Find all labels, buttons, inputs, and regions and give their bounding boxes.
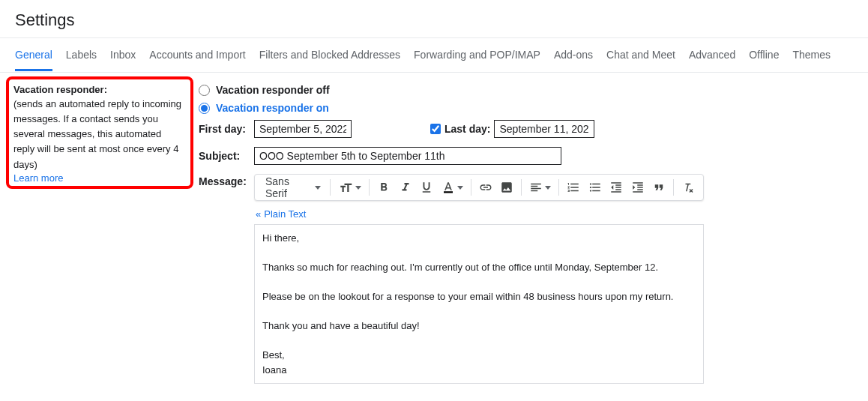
font-family-name: Sans Serif: [265, 175, 310, 199]
underline-button[interactable]: [417, 177, 436, 198]
double-arrow-left-icon: «: [256, 208, 261, 220]
tab-themes[interactable]: Themes: [792, 39, 831, 71]
plain-text-link[interactable]: « Plain Text: [256, 208, 704, 220]
toolbar-separator: [471, 179, 471, 196]
editor-toolbar: Sans Serif: [254, 174, 704, 201]
numbered-list-icon: [567, 181, 580, 194]
indent-more-icon: [631, 181, 645, 194]
chevron-down-icon: [545, 186, 551, 190]
tab-accounts-import[interactable]: Accounts and Import: [149, 39, 245, 71]
toolbar-separator: [369, 179, 370, 196]
section-title: Vacation responder:: [13, 84, 185, 95]
indent-more-button[interactable]: [628, 177, 648, 198]
section-description: (sends an automated reply to incoming me…: [13, 97, 185, 172]
toolbar-separator: [558, 179, 559, 196]
tab-general[interactable]: General: [15, 39, 52, 71]
responder-on-label: Vacation responder on: [216, 102, 329, 114]
italic-icon: [399, 181, 412, 194]
last-day-input[interactable]: [494, 120, 594, 138]
indent-less-icon: [609, 181, 623, 194]
toolbar-separator: [330, 179, 331, 196]
font-family-select[interactable]: Sans Serif: [259, 177, 325, 198]
link-icon: [479, 181, 492, 194]
insert-image-button[interactable]: [497, 177, 516, 198]
indent-less-button[interactable]: [606, 177, 626, 198]
chevron-down-icon: [355, 186, 361, 190]
bold-icon: [377, 181, 391, 194]
align-left-icon: [529, 181, 543, 194]
numbered-list-button[interactable]: [564, 177, 583, 198]
responder-off-radio[interactable]: [199, 85, 210, 96]
bold-button[interactable]: [374, 177, 394, 198]
chevron-down-icon: [315, 186, 321, 190]
message-body-editor[interactable]: Hi there, Thanks so much for reaching ou…: [254, 224, 704, 384]
svg-rect-0: [444, 191, 453, 193]
remove-formatting-button[interactable]: [678, 177, 698, 198]
font-size-icon: [338, 181, 353, 194]
responder-off-option[interactable]: Vacation responder off: [199, 84, 853, 96]
last-day-checkbox[interactable]: [430, 124, 441, 134]
tab-advanced[interactable]: Advanced: [689, 39, 735, 71]
tab-labels[interactable]: Labels: [66, 39, 97, 71]
chevron-down-icon: [457, 186, 463, 190]
plain-text-label: Plain Text: [264, 208, 306, 220]
responder-on-radio[interactable]: [199, 103, 210, 114]
subject-input[interactable]: [254, 147, 561, 165]
italic-button[interactable]: [396, 177, 415, 198]
subject-label: Subject:: [199, 150, 254, 162]
text-color-icon: [441, 181, 455, 194]
text-color-button[interactable]: [438, 181, 466, 194]
message-label: Message:: [199, 174, 254, 187]
section-side-description: Vacation responder: (sends an automated …: [0, 76, 191, 384]
quote-button[interactable]: [649, 177, 669, 198]
last-day-label: Last day:: [444, 123, 490, 135]
learn-more-link[interactable]: Learn more: [13, 172, 63, 184]
responder-on-option[interactable]: Vacation responder on: [199, 102, 853, 114]
tab-offline[interactable]: Offline: [749, 39, 779, 71]
first-day-label: First day:: [199, 123, 254, 135]
align-button[interactable]: [526, 181, 554, 194]
underline-icon: [420, 181, 433, 194]
tab-chat-meet[interactable]: Chat and Meet: [606, 39, 675, 71]
toolbar-separator: [673, 179, 674, 196]
page-title: Settings: [0, 0, 868, 38]
tab-forwarding-pop[interactable]: Forwarding and POP/IMAP: [414, 39, 540, 71]
bulleted-list-icon: [588, 181, 602, 194]
toolbar-separator: [521, 179, 522, 196]
image-icon: [500, 181, 513, 194]
vacation-responder-form: Vacation responder off Vacation responde…: [191, 76, 868, 384]
first-day-input[interactable]: [254, 120, 352, 138]
insert-link-button[interactable]: [475, 177, 495, 198]
quote-icon: [652, 181, 666, 194]
bulleted-list-button[interactable]: [585, 177, 605, 198]
tab-addons[interactable]: Add-ons: [554, 39, 593, 71]
tab-filters-blocked[interactable]: Filters and Blocked Addresses: [259, 39, 400, 71]
clear-format-icon: [682, 181, 696, 194]
tab-inbox[interactable]: Inbox: [110, 39, 136, 71]
responder-off-label: Vacation responder off: [216, 84, 330, 96]
settings-tabs: General Labels Inbox Accounts and Import…: [0, 38, 868, 73]
font-size-select[interactable]: [335, 181, 364, 194]
